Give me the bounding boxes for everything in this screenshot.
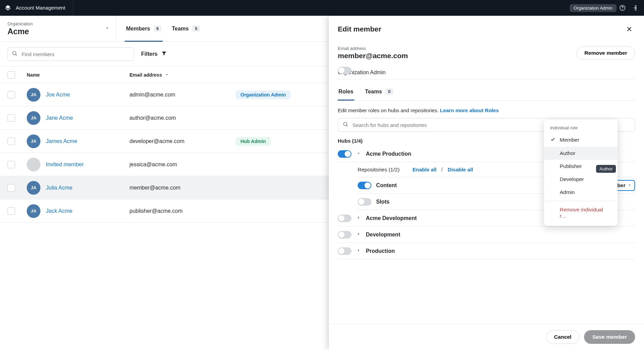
hub-toggle[interactable]: [338, 247, 351, 255]
member-email: author@acme.com: [129, 115, 236, 121]
chevron-right-icon[interactable]: [356, 232, 362, 238]
filters-button[interactable]: Filters: [139, 48, 169, 60]
close-icon[interactable]: [623, 23, 635, 35]
member-email: admin@acme.com: [129, 92, 236, 98]
logout-icon[interactable]: [628, 2, 640, 14]
panel-tab-teams-label: Teams: [365, 89, 382, 95]
col-name[interactable]: Name: [27, 72, 129, 78]
member-email: member@acme.com: [129, 185, 236, 191]
brand-block: Account Management: [4, 0, 73, 16]
dropdown-title: Individual role: [544, 123, 618, 133]
dropdown-item[interactable]: Admin: [544, 186, 618, 199]
org-admin-toggle[interactable]: [338, 67, 351, 74]
hub-name: Development: [366, 232, 400, 238]
dropdown-item-label: Developer: [560, 176, 584, 182]
avatar: [27, 158, 40, 171]
hub-name: Acme Development: [366, 215, 417, 221]
svg-point-3: [344, 122, 347, 126]
avatar: JA: [27, 111, 40, 125]
member-name-link[interactable]: Invited member: [46, 161, 84, 168]
brand-logo-icon: [4, 4, 12, 12]
org-kicker: Organization: [8, 21, 109, 26]
hub-name: Acme Production: [366, 151, 411, 157]
tab-teams[interactable]: Teams 5: [170, 16, 201, 41]
check-icon: [550, 137, 556, 143]
search-icon: [343, 121, 348, 129]
hub-row: Development: [338, 226, 635, 243]
dropdown-item-label: Member: [560, 137, 579, 143]
hub-toggle[interactable]: [338, 231, 351, 238]
col-email-label: Email address: [129, 72, 162, 78]
row-checkbox[interactable]: [8, 207, 15, 215]
dropdown-item-label: Publisher: [560, 163, 582, 169]
cancel-button[interactable]: Cancel: [546, 330, 579, 344]
repos-label: Repositories (1/2): [358, 167, 399, 173]
role-badge: Organization Admin: [236, 90, 290, 99]
panel-tab-teams[interactable]: Teams 0: [364, 83, 394, 100]
row-checkbox[interactable]: [8, 91, 15, 99]
search-icon: [12, 51, 17, 58]
roles-hint-text: Edit member roles on hubs and repositori…: [338, 107, 440, 113]
select-all-checkbox[interactable]: [8, 71, 15, 79]
member-search: [8, 47, 134, 61]
slash: /: [441, 167, 443, 173]
dropdown-remove-role[interactable]: Remove individual r…: [544, 203, 618, 222]
repo-name: Content: [376, 182, 397, 189]
main-tabs: Members 6 Teams 5: [116, 16, 210, 41]
member-name-link[interactable]: Joe Acme: [46, 92, 70, 98]
panel-tabs: Roles Teams 0: [338, 83, 635, 101]
role-badge: Hub Admin: [236, 137, 271, 146]
panel-tab-roles[interactable]: Roles: [338, 83, 354, 100]
dropdown-item[interactable]: Developer: [544, 173, 618, 186]
chevron-down-icon: [104, 25, 110, 32]
avatar: JA: [27, 134, 40, 148]
row-checkbox[interactable]: [8, 114, 15, 122]
chevron-down-icon[interactable]: [356, 151, 362, 157]
member-email: publisher@acme.com: [129, 208, 236, 214]
hub-name: Production: [366, 248, 395, 254]
col-email[interactable]: Email address: [129, 72, 236, 78]
repo-toggle[interactable]: [358, 198, 371, 206]
tab-members-count: 6: [153, 25, 161, 32]
help-icon[interactable]: [617, 2, 628, 14]
hub-toggle[interactable]: [338, 150, 351, 158]
avatar: JA: [27, 181, 40, 195]
hub-row: Production: [338, 243, 635, 259]
org-switcher[interactable]: Organization Acme: [0, 16, 116, 41]
svg-point-2: [13, 51, 16, 55]
avatar: JA: [27, 204, 40, 218]
row-checkbox[interactable]: [8, 161, 15, 168]
tab-teams-count: 5: [192, 25, 200, 32]
enable-all-link[interactable]: Enable all: [412, 167, 436, 172]
member-name-link[interactable]: James Acme: [46, 138, 77, 144]
tab-members-label: Members: [126, 26, 150, 32]
email-kicker: Email address: [338, 46, 408, 51]
chevron-right-icon[interactable]: [356, 248, 362, 254]
dropdown-item[interactable]: Author: [544, 147, 618, 160]
chevron-right-icon[interactable]: [356, 215, 362, 221]
member-email: developer@acme.com: [129, 138, 236, 144]
member-name-link[interactable]: Jack Acme: [46, 208, 72, 214]
tab-teams-label: Teams: [172, 26, 189, 32]
save-button[interactable]: Save member: [584, 330, 635, 344]
email-value: member@acme.com: [338, 52, 408, 60]
learn-more-link[interactable]: Learn more about Roles: [440, 107, 499, 113]
row-checkbox[interactable]: [8, 184, 15, 192]
remove-member-button[interactable]: Remove member: [577, 46, 635, 60]
dropdown-item[interactable]: Member: [544, 133, 618, 147]
role-dropdown: Individual role Member Author Publisher …: [544, 120, 618, 226]
role-chip: Organization Admin: [570, 4, 617, 12]
search-input[interactable]: [8, 47, 134, 61]
member-name-link[interactable]: Julia Acme: [46, 185, 72, 191]
member-email: jessica@acme.com: [129, 161, 236, 168]
disable-all-link[interactable]: Disable all: [448, 167, 473, 172]
member-name-link[interactable]: Jane Acme: [46, 115, 73, 121]
dropdown-item-label: Admin: [560, 189, 575, 195]
dropdown-item-label: Author: [560, 150, 575, 156]
chevron-down-icon: [628, 182, 632, 189]
row-checkbox[interactable]: [8, 138, 15, 145]
repo-name: Slots: [376, 199, 389, 205]
hub-toggle[interactable]: [338, 215, 351, 222]
tab-members[interactable]: Members 6: [125, 16, 163, 41]
repo-toggle[interactable]: [358, 182, 371, 189]
